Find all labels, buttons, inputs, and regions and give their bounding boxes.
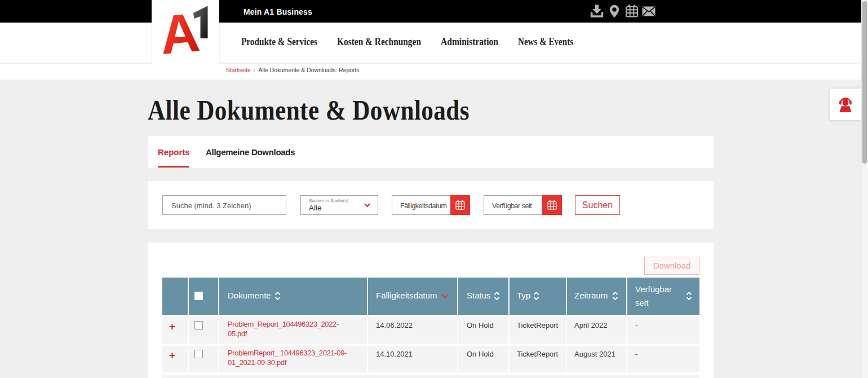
- svg-text:A: A: [157, 1, 202, 64]
